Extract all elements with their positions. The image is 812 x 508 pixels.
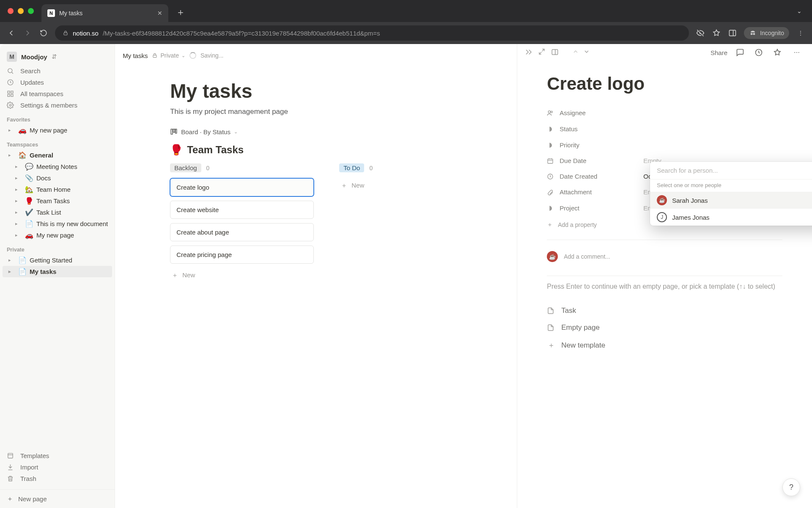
- person-search-input[interactable]: [650, 162, 812, 179]
- sidebar-import[interactable]: Import: [0, 461, 115, 473]
- caret-icon[interactable]: ▸: [15, 210, 22, 215]
- sidebar-settings[interactable]: Settings & members: [0, 99, 115, 111]
- person-option-label: James Jonas: [672, 214, 709, 221]
- new-card-button[interactable]: ＋New: [170, 268, 314, 283]
- board-card[interactable]: Create pricing page: [170, 246, 314, 264]
- next-record-icon[interactable]: [583, 48, 590, 55]
- caret-icon[interactable]: ▸: [15, 187, 22, 192]
- updates-icon[interactable]: [754, 48, 765, 57]
- sidebar-teamspace-item[interactable]: ▸ 📄 This is my new document: [3, 218, 112, 229]
- workspace-switcher[interactable]: M Moodjoy ⇵: [0, 48, 115, 65]
- panel-icon[interactable]: [728, 29, 737, 37]
- incognito-chip[interactable]: Incognito: [744, 27, 789, 39]
- sidebar-teamspace-item[interactable]: ▸ 📎 Docs: [3, 172, 112, 184]
- template-icon: [7, 452, 15, 459]
- sidebar-teamspace-item[interactable]: ▸ 💬 Meeting Notes: [3, 161, 112, 172]
- more-icon[interactable]: ⋯: [792, 49, 802, 56]
- sidebar-all-teamspaces[interactable]: All teamspaces: [0, 88, 115, 99]
- collapse-panel-icon[interactable]: [525, 48, 532, 56]
- caret-icon[interactable]: ▸: [15, 221, 22, 226]
- back-icon[interactable]: [7, 29, 16, 37]
- board-card[interactable]: Create about page: [170, 223, 314, 241]
- prop-priority[interactable]: ◗ Priority: [547, 137, 782, 153]
- view-switcher[interactable]: Board · By Status ⌄: [170, 128, 483, 135]
- svg-rect-0: [64, 33, 67, 35]
- svg-rect-7: [11, 91, 13, 93]
- incognito-icon: [749, 29, 757, 37]
- prop-status[interactable]: ◗ Status: [547, 121, 782, 137]
- favorite-icon[interactable]: [773, 48, 783, 57]
- help-label: ?: [789, 483, 793, 492]
- caret-icon[interactable]: ▸: [15, 198, 22, 204]
- sidebar-search[interactable]: Search: [0, 65, 115, 77]
- template-option[interactable]: ＋ New template: [547, 336, 782, 354]
- caret-icon[interactable]: ▸: [8, 269, 15, 274]
- sidebar-teamspace-item[interactable]: ▸ 🚗 My new page: [3, 229, 112, 241]
- sidebar-teamspace-item[interactable]: ▸ 🏠 General: [3, 149, 112, 161]
- prev-record-icon[interactable]: [572, 48, 579, 55]
- kebab-menu-icon[interactable]: ⋮: [796, 30, 805, 36]
- open-full-icon[interactable]: [538, 48, 545, 56]
- tabs-menu-icon[interactable]: ⌄: [797, 8, 802, 14]
- browser-tab[interactable]: N My tasks ✕: [41, 4, 168, 22]
- page-emoji-icon: 🚗: [25, 231, 34, 239]
- sidebar-favorite-item[interactable]: ▸ 🚗 My new page: [3, 124, 112, 136]
- caret-icon[interactable]: ▸: [15, 232, 22, 238]
- column-header[interactable]: Backlog 0: [170, 163, 314, 172]
- sidebar-teamspace-item[interactable]: ▸ 🏡 Team Home: [3, 184, 112, 195]
- page-label: This is my new document: [36, 220, 108, 227]
- board-card[interactable]: Create logo: [170, 178, 314, 196]
- sidebar-private-item[interactable]: ▸ 📄 Getting Started: [3, 254, 112, 266]
- plus-icon: ＋: [547, 221, 553, 229]
- column-header[interactable]: To Do 0: [339, 163, 483, 172]
- forward-icon[interactable]: [23, 29, 32, 37]
- caret-icon[interactable]: ▸: [8, 257, 15, 263]
- share-button[interactable]: Share: [710, 49, 727, 56]
- grid-icon: [7, 90, 15, 97]
- sidebar-templates[interactable]: Templates: [0, 450, 115, 461]
- close-tab-icon[interactable]: ✕: [157, 10, 162, 17]
- person-option[interactable]: ☕Sarah Jonas: [650, 192, 812, 209]
- tab-strip: N My tasks ✕ ＋ ⌄: [0, 0, 812, 22]
- caret-icon[interactable]: ▸: [15, 164, 22, 169]
- privacy-chip[interactable]: Private ⌄: [152, 52, 185, 59]
- sidebar-updates[interactable]: Updates: [0, 77, 115, 88]
- eye-off-icon[interactable]: [696, 29, 705, 37]
- caret-icon[interactable]: ▸: [8, 152, 15, 158]
- sidebar-teamspace-item[interactable]: ▸ ✔️ Task List: [3, 207, 112, 218]
- detail-right-actions: Share ⋯: [710, 48, 802, 57]
- minimize-window-icon[interactable]: [18, 8, 24, 14]
- close-window-icon[interactable]: [8, 8, 14, 14]
- url-field[interactable]: notion.so/My-tasks-e6f34988812d420c875c9…: [55, 25, 689, 41]
- sidebar-trash[interactable]: Trash: [0, 473, 115, 484]
- help-button[interactable]: ?: [782, 478, 800, 496]
- prop-assignee[interactable]: Assignee Empty: [547, 105, 782, 121]
- person-option[interactable]: JJames Jonas: [650, 209, 812, 226]
- star-outline-icon[interactable]: [712, 29, 721, 37]
- sidebar-teamspace-item[interactable]: ▸ 🥊 Team Tasks: [3, 195, 112, 207]
- template-option[interactable]: Task: [547, 302, 782, 319]
- page-subtitle[interactable]: This is my project management page: [170, 108, 483, 116]
- incognito-label: Incognito: [760, 30, 784, 36]
- template-option[interactable]: Empty page: [547, 319, 782, 336]
- board-card[interactable]: Create website: [170, 201, 314, 219]
- new-card-button[interactable]: ＋New: [339, 178, 483, 193]
- caret-icon[interactable]: ▸: [15, 175, 22, 181]
- add-comment[interactable]: ☕ Add a comment...: [547, 247, 782, 274]
- database-title[interactable]: 🥊 Team Tasks: [170, 144, 483, 156]
- detail-panel: Share ⋯ Create logo Assignee Empty: [517, 44, 812, 508]
- page-label: My new page: [36, 232, 108, 239]
- record-title[interactable]: Create logo: [547, 74, 782, 94]
- sidebar-private-item[interactable]: ▸ 📄 My tasks: [3, 266, 112, 277]
- new-tab-button[interactable]: ＋: [176, 6, 185, 19]
- reload-icon[interactable]: [39, 29, 48, 37]
- svg-rect-13: [171, 129, 173, 134]
- prop-due-label: Due Date: [560, 157, 586, 164]
- caret-icon[interactable]: ▸: [8, 127, 15, 133]
- page-title[interactable]: My tasks: [170, 80, 483, 102]
- comments-icon[interactable]: [736, 48, 746, 57]
- sidebar-new-page[interactable]: ＋ New page: [0, 489, 115, 508]
- peek-mode-icon[interactable]: [551, 48, 559, 56]
- breadcrumb[interactable]: My tasks: [123, 52, 148, 59]
- zoom-window-icon[interactable]: [28, 8, 34, 14]
